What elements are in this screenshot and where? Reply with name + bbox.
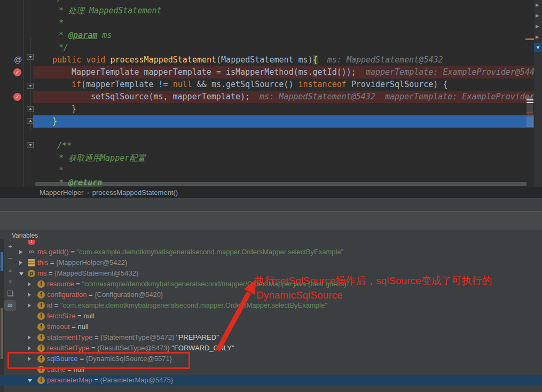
- variable-row-timeout[interactable]: ftimeout = null: [0, 322, 542, 332]
- field-icon: f: [37, 323, 45, 331]
- variable-text: timeout = null: [47, 322, 89, 332]
- horizontal-scrollbar[interactable]: [35, 182, 527, 186]
- chevron-collapsed-icon[interactable]: [28, 293, 31, 297]
- rail-arrow-icon[interactable]: ▶: [536, 2, 539, 7]
- gutter-separator: [23, 0, 24, 187]
- annotation-rectangle: [7, 352, 190, 369]
- breadcrumb-separator-icon: ›: [87, 189, 89, 197]
- code-line: * @param ms: [59, 29, 112, 42]
- breakpoint-icon[interactable]: ✓: [13, 68, 21, 76]
- code-line: setSqlSource(ms, mapperTemplate); ms: Ma…: [91, 91, 535, 103]
- code-line: *: [59, 164, 64, 177]
- variable-row-id[interactable]: fid = "com.example.demotkmybatisgenerals…: [0, 300, 542, 311]
- variable-text: fetchSize = null: [47, 311, 95, 322]
- fold-marker-icon[interactable]: [27, 118, 34, 124]
- chevron-collapsed-icon[interactable]: [19, 250, 22, 254]
- code-line: }: [72, 103, 76, 115]
- fold-marker-icon[interactable]: [27, 83, 34, 89]
- code-line: public void processMappedStatement(Mappe…: [52, 54, 443, 66]
- chevron-collapsed-icon[interactable]: [28, 346, 31, 350]
- annotation-text-line2: DynamicSqlSource: [256, 289, 343, 301]
- breadcrumb-method[interactable]: processMappedStatement(): [92, 189, 178, 197]
- error-stripe-mark: [527, 102, 533, 103]
- variable-text: this = {MapperHelper@5422}: [37, 257, 127, 268]
- code-line: MapperTemplate mapperTemplate = isMapper…: [72, 66, 535, 79]
- variable-row-this[interactable]: this = {MapperHelper@5422}: [0, 257, 542, 268]
- chevron-collapsed-icon[interactable]: [28, 335, 31, 340]
- code-line: /: [57, 0, 62, 5]
- error-icon: !: [28, 240, 35, 245]
- error-stripe-mark: [525, 38, 534, 40]
- chevron-expanded-icon[interactable]: [28, 379, 32, 382]
- code-line: *: [59, 17, 64, 29]
- chevron-collapsed-icon[interactable]: [28, 303, 31, 308]
- rail-arrow-icon[interactable]: ▶: [536, 23, 539, 29]
- breadcrumb: MapperHelper›processMappedStatement(): [0, 187, 542, 198]
- error-stripe-mark: [527, 112, 533, 113]
- execution-line-highlight: [33, 115, 534, 128]
- variable-text: statementType = {StatementType@5472} "PR…: [47, 332, 219, 343]
- variable-text: ms.getId() = "com.example.demotkmybatisg…: [37, 247, 343, 257]
- breadcrumb-class[interactable]: MapperHelper: [40, 189, 83, 197]
- splitter-band: [0, 198, 542, 211]
- rail-active-arrow-icon[interactable]: ▼: [534, 43, 542, 52]
- code-editor[interactable]: /* 处理 MappedStatement** @param ms*/publi…: [0, 0, 542, 187]
- code-line: if(mapperTemplate != null && ms.getSqlSo…: [72, 79, 447, 91]
- variable-text: configuration = {Configuration@5420}: [47, 289, 163, 300]
- annotation-gutter-icon: @: [14, 56, 22, 64]
- watch-icon: ∞: [28, 248, 35, 256]
- watch-error-row[interactable]: ! (ProviderSqlSource)sqlSource Cannot fi…: [0, 240, 542, 247]
- rail-arrow-icon[interactable]: ▶: [536, 34, 539, 40]
- field-icon: f: [37, 344, 45, 352]
- breakpoint-icon[interactable]: ✓: [13, 93, 21, 101]
- field-icon: f: [37, 334, 45, 341]
- fold-marker-icon[interactable]: [27, 54, 34, 60]
- this-icon: [28, 259, 35, 266]
- code-line: * 获取通用Mapper配置: [59, 152, 145, 164]
- chevron-collapsed-icon[interactable]: [28, 282, 31, 286]
- variable-text: parameterMap = {ParameterMap@5475}: [47, 375, 173, 386]
- variable-text: ms = {MappedStatement@5432}: [37, 268, 138, 279]
- code-line: */: [59, 42, 68, 54]
- code-line: }: [52, 115, 57, 128]
- field-icon: f: [37, 291, 45, 299]
- ide-debug-window: /* 处理 MappedStatement** @param ms*/publi…: [0, 0, 542, 392]
- variables-panel-title: Variables: [12, 232, 38, 239]
- chevron-expanded-icon[interactable]: [19, 272, 23, 276]
- fold-marker-icon[interactable]: [27, 106, 34, 112]
- field-icon: f: [37, 302, 45, 309]
- fold-marker-icon[interactable]: [27, 142, 34, 148]
- variable-row-statementType[interactable]: fstatementType = {StatementType@5472} "P…: [0, 332, 542, 343]
- field-icon: f: [37, 377, 45, 384]
- variable-text: id = "com.example.demotkmybatisgeneralse…: [47, 300, 327, 311]
- field-icon: f: [37, 280, 45, 288]
- code-line: /**: [57, 140, 72, 152]
- code-line: * 处理 MappedStatement: [59, 5, 162, 17]
- variable-row-fetchSize[interactable]: ffetchSize = null: [0, 311, 542, 322]
- variable-row-ms-getId-[interactable]: ∞ms.getId() = "com.example.demotkmybatis…: [0, 247, 542, 257]
- error-stripe-mark: [527, 115, 533, 116]
- annotation-text-line1: 执行setSqlSource操作后，sqlSource变成了可执行的: [255, 274, 492, 288]
- chevron-collapsed-icon[interactable]: [19, 261, 22, 265]
- splitter-band: [0, 212, 542, 230]
- rail-arrow-icon[interactable]: ▶: [536, 13, 539, 18]
- field-icon: f: [37, 312, 45, 320]
- parameter-icon: p: [28, 270, 35, 277]
- editor-right-rail: ▶▶▶▶▼: [534, 0, 542, 187]
- variable-row-parameterMap[interactable]: fparameterMap = {ParameterMap@5475}: [0, 375, 542, 386]
- error-stripe-mark: [527, 99, 533, 100]
